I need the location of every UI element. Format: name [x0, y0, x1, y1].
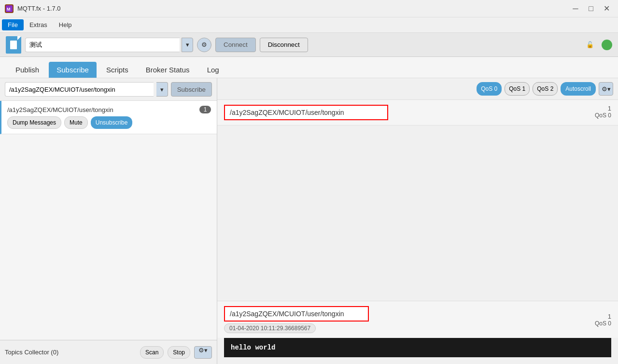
message-topic: /a1y2SagZQEX/MCUIOT/user/tongxin	[230, 109, 344, 116]
message-qos: QoS 0	[595, 112, 611, 119]
scan-button[interactable]: Scan	[140, 346, 164, 359]
qos1-button[interactable]: QoS 1	[505, 82, 530, 96]
menu-bar: File Extras Help	[0, 17, 618, 33]
app-title: MQTT.fx - 1.7.0	[17, 5, 569, 12]
menu-help[interactable]: Help	[53, 19, 78, 30]
right-panel: QoS 0 QoS 1 QoS 2 Autoscroll ⚙▾ /a1y2Sag…	[217, 78, 618, 364]
sub-message-count: 1	[199, 106, 211, 113]
new-doc-icon[interactable]	[6, 36, 21, 54]
message-detail-right: 1 QoS 0	[595, 313, 611, 327]
message-meta: 1 QoS 0	[595, 105, 611, 119]
minimize-button[interactable]: ─	[569, 2, 582, 15]
right-top-bar: QoS 0 QoS 1 QoS 2 Autoscroll ⚙▾	[217, 78, 618, 100]
settings-button[interactable]: ⚙	[197, 38, 211, 52]
tab-broker-status[interactable]: Broker Status	[138, 62, 197, 78]
maximize-button[interactable]: □	[584, 2, 598, 15]
tab-subscribe[interactable]: Subscribe	[49, 62, 97, 78]
connection-status-dot	[602, 40, 612, 50]
qos0-button[interactable]: QoS 0	[477, 82, 502, 96]
topic-input[interactable]	[5, 82, 154, 97]
message-timestamp: 01-04-2020 10:11:29.36689567	[224, 323, 316, 333]
more-options-button[interactable]: ⚙▾	[599, 82, 613, 96]
dump-messages-button[interactable]: Dump Messages	[7, 116, 61, 129]
topics-collector: Topics Collector (0) Scan Stop ⚙▾	[0, 340, 217, 364]
topics-settings-button[interactable]: ⚙▾	[194, 346, 212, 359]
connect-button[interactable]: Connect	[215, 38, 256, 52]
title-bar: M MQTT.fx - 1.7.0 ─ □ ✕	[0, 0, 618, 17]
unsubscribe-button[interactable]: Unsubscribe	[91, 116, 133, 129]
qos2-button[interactable]: QoS 2	[533, 82, 558, 96]
tab-scripts[interactable]: Scripts	[98, 62, 136, 78]
menu-file[interactable]: File	[2, 19, 24, 30]
subscribe-bar: ▾ Subscribe	[0, 78, 217, 101]
svg-text:M: M	[7, 7, 11, 12]
toolbar: ▾ ⚙ Connect Disconnect 🔓	[0, 33, 618, 57]
message-detail-header: /a1y2SagZQEX/MCUIOT/user/tongxin 01-04-2…	[217, 301, 618, 338]
message-payload: hello world	[224, 338, 611, 357]
sub-item-header: /a1y2SagZQEX/MCUIOT/user/tongxin 1	[7, 106, 211, 113]
topics-collector-label: Topics Collector (0)	[5, 349, 136, 356]
message-detail-count: 1	[595, 313, 611, 320]
message-item: /a1y2SagZQEX/MCUIOT/user/tongxin 1 QoS 0	[217, 100, 618, 126]
disconnect-button[interactable]: Disconnect	[260, 38, 308, 52]
app-icon: M	[5, 4, 14, 13]
connection-dropdown-arrow[interactable]: ▾	[182, 38, 193, 52]
menu-extras[interactable]: Extras	[24, 19, 53, 30]
main-content: ▾ Subscribe /a1y2SagZQEX/MCUIOT/user/ton…	[0, 78, 618, 364]
topic-dropdown-arrow[interactable]: ▾	[156, 82, 168, 97]
sub-item-actions: Dump Messages Mute Unsubscribe	[7, 116, 211, 129]
subscription-item: /a1y2SagZQEX/MCUIOT/user/tongxin 1 Dump …	[0, 101, 217, 134]
message-area: /a1y2SagZQEX/MCUIOT/user/tongxin 1 QoS 0	[217, 100, 618, 301]
sub-topic-label: /a1y2SagZQEX/MCUIOT/user/tongxin	[7, 106, 113, 113]
left-panel: ▾ Subscribe /a1y2SagZQEX/MCUIOT/user/ton…	[0, 78, 217, 364]
lock-icon: 🔓	[584, 39, 596, 51]
message-count: 1	[595, 105, 611, 112]
subscribe-button[interactable]: Subscribe	[171, 82, 212, 97]
message-detail-qos: QoS 0	[595, 320, 611, 327]
connection-selector: ▾	[25, 38, 193, 52]
tab-log[interactable]: Log	[199, 62, 227, 78]
message-detail-topic: /a1y2SagZQEX/MCUIOT/user/tongxin	[224, 306, 369, 322]
tab-publish[interactable]: Publish	[8, 62, 47, 78]
connection-input[interactable]	[25, 38, 180, 52]
mute-button[interactable]: Mute	[64, 116, 88, 129]
svg-rect-2	[10, 41, 17, 49]
message-topic-box: /a1y2SagZQEX/MCUIOT/user/tongxin	[224, 105, 388, 120]
stop-button[interactable]: Stop	[168, 346, 190, 359]
message-item-header: /a1y2SagZQEX/MCUIOT/user/tongxin 1 QoS 0	[217, 100, 618, 125]
close-button[interactable]: ✕	[600, 2, 613, 15]
message-detail-left: /a1y2SagZQEX/MCUIOT/user/tongxin 01-04-2…	[224, 306, 369, 333]
autoscroll-button[interactable]: Autoscroll	[561, 82, 596, 96]
message-detail-panel: /a1y2SagZQEX/MCUIOT/user/tongxin 01-04-2…	[217, 301, 618, 364]
window-controls: ─ □ ✕	[569, 2, 613, 15]
subscription-list: /a1y2SagZQEX/MCUIOT/user/tongxin 1 Dump …	[0, 101, 217, 340]
main-tabs: Publish Subscribe Scripts Broker Status …	[0, 57, 618, 78]
